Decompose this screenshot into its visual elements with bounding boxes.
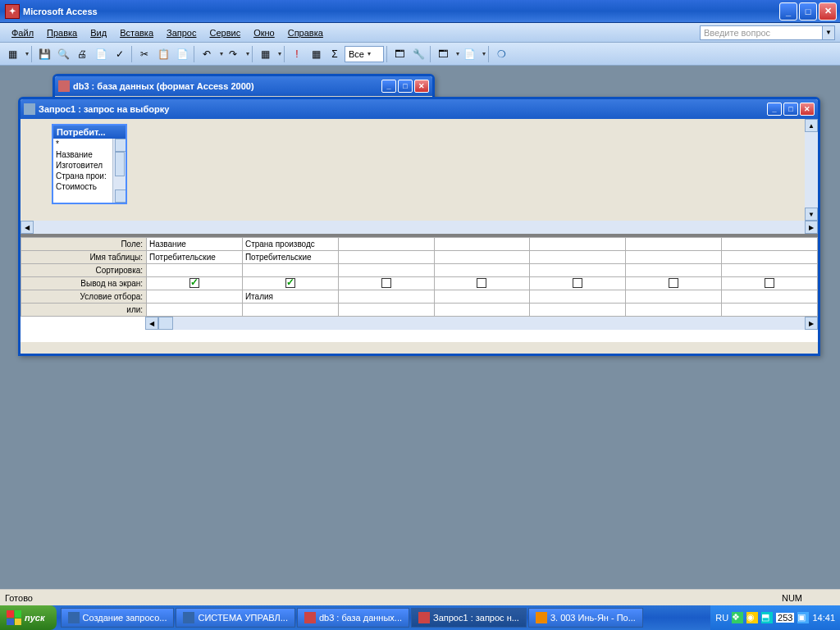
grid-cell[interactable]: [338, 290, 434, 304]
system-tray[interactable]: RU ❖ ◉ ⬒ 253 ▣ 14:41: [710, 605, 840, 630]
grid-cell[interactable]: [434, 251, 530, 264]
tray-icon[interactable]: ◉: [746, 612, 758, 623]
grid-cell[interactable]: [338, 251, 434, 264]
grid-hscroll[interactable]: ◀ ▶: [145, 317, 818, 330]
design-grid[interactable]: Поле:НазваниеСтрана производсИмя таблицы…: [21, 237, 818, 342]
grid-cell[interactable]: [530, 277, 626, 290]
grid-cell[interactable]: [530, 251, 626, 264]
newobj-button[interactable]: 📄: [460, 45, 478, 63]
grid-cell[interactable]: [722, 290, 818, 304]
field-list[interactable]: Потребит... * Название Изготовител Стран…: [52, 124, 127, 204]
menu-view[interactable]: Вид: [84, 26, 113, 39]
grid-cell[interactable]: [338, 304, 434, 317]
taskbar-button[interactable]: 3. 003 Инь-Ян - По...: [528, 608, 643, 628]
lang-indicator[interactable]: RU: [715, 613, 728, 623]
querytype-button[interactable]: ▦: [256, 45, 274, 63]
taskbar-button[interactable]: СИСТЕМА УПРАВЛ...: [176, 608, 294, 628]
grid-cell[interactable]: [147, 277, 243, 290]
view-button[interactable]: ▦: [3, 45, 21, 63]
cut-button[interactable]: ✂: [135, 45, 153, 63]
grid-cell[interactable]: [530, 304, 626, 317]
toprows-combo[interactable]: Все▾: [345, 46, 384, 62]
show-checkbox[interactable]: [765, 278, 774, 288]
grid-cell[interactable]: [626, 277, 722, 290]
preview-button[interactable]: 📄: [92, 45, 110, 63]
show-checkbox[interactable]: [381, 278, 391, 288]
menu-tools[interactable]: Сервис: [203, 26, 247, 39]
grid-cell[interactable]: [242, 304, 338, 317]
paste-button[interactable]: 📄: [173, 45, 191, 63]
db-close-button[interactable]: ✕: [414, 80, 429, 93]
grid-cell[interactable]: Страна производс: [242, 238, 338, 251]
db-max-button[interactable]: □: [398, 80, 413, 93]
show-checkbox[interactable]: [669, 278, 678, 288]
db-min-button[interactable]: _: [381, 80, 396, 93]
menu-window[interactable]: Окно: [247, 26, 281, 39]
grid-cell[interactable]: [147, 264, 243, 277]
upper-hscroll[interactable]: ◀▶: [21, 221, 818, 234]
grid-cell[interactable]: [147, 304, 243, 317]
ask-question-input[interactable]: Введите вопрос: [700, 25, 823, 40]
undo-button[interactable]: ↶: [198, 45, 216, 63]
grid-cell[interactable]: [242, 264, 338, 277]
grid-cell[interactable]: [626, 304, 722, 317]
grid-cell[interactable]: [434, 277, 530, 290]
tray-icon[interactable]: ⬒: [761, 612, 773, 623]
grid-cell[interactable]: [530, 264, 626, 277]
field-list-title[interactable]: Потребит...: [53, 126, 126, 139]
run-button[interactable]: !: [288, 45, 306, 63]
grid-cell[interactable]: [338, 277, 434, 290]
grid-cell[interactable]: [722, 277, 818, 290]
menu-edit[interactable]: Правка: [40, 26, 84, 39]
grid-cell[interactable]: [434, 304, 530, 317]
dbwin-button[interactable]: 🗔: [434, 45, 452, 63]
menu-file[interactable]: Файл: [5, 26, 40, 39]
grid-cell[interactable]: [626, 290, 722, 304]
show-checkbox[interactable]: [477, 278, 486, 288]
spell-button[interactable]: ✓: [111, 45, 129, 63]
search-button[interactable]: 🔍: [54, 45, 72, 63]
print-button[interactable]: 🖨: [73, 45, 91, 63]
grid-cell[interactable]: Название: [147, 238, 243, 251]
grid-cell[interactable]: [338, 264, 434, 277]
grid-cell[interactable]: [722, 304, 818, 317]
query-max-button[interactable]: □: [783, 103, 798, 116]
grid-cell[interactable]: [434, 238, 530, 251]
grid-cell[interactable]: [722, 251, 818, 264]
maximize-button[interactable]: □: [799, 2, 817, 21]
upper-vscroll[interactable]: ▲ ▼: [805, 119, 818, 221]
menu-help[interactable]: Справка: [281, 26, 330, 39]
grid-cell[interactable]: [434, 290, 530, 304]
minimize-button[interactable]: _: [779, 2, 797, 21]
copy-button[interactable]: 📋: [154, 45, 172, 63]
grid-cell[interactable]: [434, 264, 530, 277]
build-button[interactable]: 🔧: [409, 45, 427, 63]
show-checkbox[interactable]: [285, 278, 295, 288]
grid-cell[interactable]: [722, 264, 818, 277]
clock[interactable]: 14:41: [812, 613, 835, 623]
grid-cell[interactable]: [338, 238, 434, 251]
grid-cell[interactable]: Потребительские: [242, 251, 338, 264]
grid-cell[interactable]: [722, 238, 818, 251]
redo-button[interactable]: ↷: [224, 45, 242, 63]
properties-button[interactable]: 🗔: [390, 45, 409, 63]
ask-dropdown-arrow[interactable]: ▼: [823, 25, 835, 40]
grid-cell[interactable]: Италия: [242, 290, 338, 304]
grid-cell[interactable]: [626, 264, 722, 277]
menu-query[interactable]: Запрос: [160, 26, 203, 39]
tables-pane[interactable]: Потребит... * Название Изготовител Стран…: [21, 119, 818, 234]
grid-cell[interactable]: [530, 238, 626, 251]
taskbar-button[interactable]: Запрос1 : запрос н...: [411, 608, 527, 628]
close-button[interactable]: ✕: [819, 2, 837, 21]
grid-cell[interactable]: [626, 238, 722, 251]
grid-cell[interactable]: [530, 290, 626, 304]
query-min-button[interactable]: _: [767, 103, 782, 116]
menu-insert[interactable]: Вставка: [113, 26, 160, 39]
grid-cell[interactable]: Потребительские: [147, 251, 243, 264]
tray-icon[interactable]: ▣: [797, 612, 809, 623]
save-button[interactable]: 💾: [35, 45, 53, 63]
grid-cell[interactable]: [626, 251, 722, 264]
fieldlist-scrollbar[interactable]: [112, 139, 126, 203]
query-close-button[interactable]: ✕: [800, 103, 815, 116]
query-window[interactable]: Запрос1 : запрос на выборку _ □ ✕ Потреб…: [18, 97, 820, 356]
